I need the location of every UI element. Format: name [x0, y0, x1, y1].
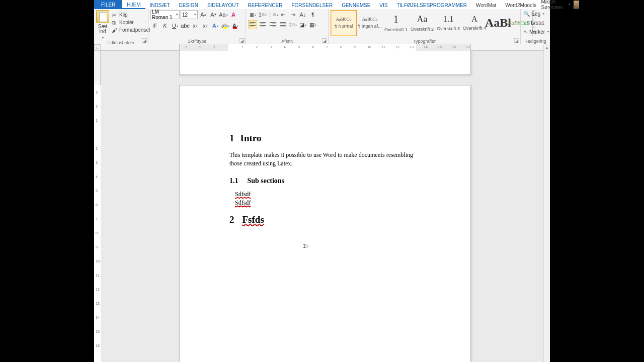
styles-launcher[interactable]: ◢ — [514, 38, 519, 43]
italic-button[interactable]: K — [160, 21, 170, 30]
find-button[interactable]: 🔍Søg▾ — [523, 10, 548, 18]
ruler-corner[interactable]: ∟ — [94, 44, 101, 51]
style-heading4[interactable]: A Overskrift 4 — [461, 10, 488, 36]
align-center-button[interactable] — [258, 20, 267, 29]
align-center-icon — [260, 22, 266, 27]
align-justify-icon — [280, 22, 286, 27]
format-painter-button[interactable]: Formatpensel — [111, 26, 151, 34]
tab-word2moodle[interactable]: Word2Moodle — [501, 0, 541, 9]
tab-addins[interactable]: TILFØJELSESPROGRAMMER — [392, 0, 471, 9]
change-case-button[interactable]: Aa — [219, 10, 228, 19]
pilcrow-icon: ¶ — [311, 12, 314, 18]
sort-button[interactable]: A↓ — [298, 10, 307, 19]
style-heading2[interactable]: Aa Overskrift 2 — [409, 10, 435, 36]
style-no-spacing[interactable]: AaBbCc ¶ Ingen af... — [357, 10, 383, 36]
font-size-combo[interactable]: 12▾ — [181, 10, 198, 19]
cursor-icon: ↖ — [524, 29, 528, 35]
page-main[interactable]: 1Intro This template makes it possible t… — [179, 85, 471, 362]
shrink-font-button[interactable]: A▾ — [209, 10, 218, 19]
ribbon: Sæt ind ▾ Klip Kopiér Formatpensel Udkli… — [94, 9, 550, 44]
replace-button[interactable]: abErstat — [523, 19, 548, 27]
group-editing: 🔍Søg▾ abErstat ↖Markér▾ Redigering — [521, 9, 550, 44]
line-spacing-button[interactable]: ‡≡ — [288, 20, 297, 29]
strikethrough-button[interactable]: abc — [181, 21, 190, 30]
heading-2[interactable]: 2Fsfds — [229, 214, 415, 225]
group-font-label: Skrifttype — [150, 39, 244, 44]
tab-insert[interactable]: INDSÆT — [145, 0, 175, 9]
select-button[interactable]: ↖Markér▾ — [523, 28, 548, 36]
highlight-button[interactable]: ab — [221, 21, 230, 30]
group-clipboard: Sæt ind ▾ Klip Kopiér Formatpensel Udkli… — [94, 9, 148, 44]
subscript-button[interactable]: x2 — [191, 21, 200, 30]
paragraph-launcher[interactable]: ◢ — [322, 38, 327, 43]
tab-home[interactable]: HJEM — [122, 0, 145, 9]
bold-button[interactable]: F — [150, 21, 159, 30]
tab-mailings[interactable]: FORSENDELSER — [287, 0, 337, 9]
underline-button[interactable]: U — [171, 21, 180, 30]
copy-button[interactable]: Kopiér — [111, 19, 151, 26]
font-color-button[interactable]: A — [231, 21, 240, 30]
align-right-button[interactable] — [268, 20, 277, 29]
misspelled-line-1[interactable]: Sdfsdf — [235, 190, 415, 199]
font-name-combo[interactable]: LM Roman 1▾ — [150, 10, 180, 19]
shading-button[interactable]: ◪ — [298, 20, 307, 29]
ruler-v-scale: 3 2 1 2 3 4 5 6 7 8 9 10 11 12 13 14 15 … — [94, 85, 101, 362]
cut-button[interactable]: Klip — [111, 11, 151, 19]
group-font: LM Roman 1▾ 12▾ A▴ A▾ Aa A̷ F K U abc x2… — [148, 9, 246, 44]
ruler-vertical[interactable]: 3 2 1 2 3 4 5 6 7 8 9 10 11 12 13 14 15 … — [94, 51, 101, 362]
heading-1[interactable]: 1Intro — [229, 133, 415, 144]
user-area[interactable]: Mikael Sørensen ▾ — [541, 0, 580, 9]
align-justify-button[interactable] — [278, 20, 287, 29]
ruler-horizontal[interactable]: 3 2 1 1 2 3 4 5 6 7 8 9 10 11 12 13 14 1… — [101, 44, 543, 51]
scrollbar-vertical[interactable]: ▴ — [543, 44, 550, 362]
style-heading1[interactable]: 1 Overskrift 1 — [383, 10, 409, 36]
numbering-icon: 1≡ — [259, 12, 265, 18]
paste-icon — [96, 10, 109, 23]
outdent-icon: ⇤ — [281, 12, 285, 18]
ruler-h-scale: 3 2 1 1 2 3 4 5 6 7 8 9 10 11 12 13 14 1… — [179, 44, 471, 51]
style-extra1[interactable]: AaBl — [488, 10, 509, 36]
text-effects-button[interactable]: A — [211, 21, 220, 30]
tab-layout[interactable]: SIDELAYOUT — [203, 0, 244, 9]
clear-formatting-button[interactable]: A̷ — [229, 10, 238, 19]
group-paragraph: ≣ 1≡ ⋮≡ ⇤ ⇥ A↓ ¶ ‡≡ ◪ ▦ Afsnit ◢ — [246, 9, 329, 44]
search-icon: 🔍 — [524, 11, 530, 17]
scroll-up-icon[interactable]: ▴ — [544, 44, 550, 51]
eraser-icon: A̷ — [231, 12, 235, 18]
heading-1-1[interactable]: 1.1Sub sections — [229, 177, 415, 185]
bullets-button[interactable]: ≣ — [248, 10, 257, 19]
tab-references[interactable]: REFERENCER — [244, 0, 287, 9]
paste-label: Sæt ind — [96, 24, 109, 34]
tab-file[interactable]: FILER — [94, 0, 122, 9]
clipboard-launcher[interactable]: ◢ — [142, 38, 147, 43]
tab-view[interactable]: VIS — [375, 0, 392, 9]
align-left-icon — [250, 22, 256, 27]
superscript-button[interactable]: x2 — [201, 21, 210, 30]
increase-indent-button[interactable]: ⇥ — [288, 10, 297, 19]
style-heading3[interactable]: 1.1 Overskrift 3 — [435, 10, 461, 36]
group-styles-label: Typografier — [331, 39, 518, 44]
bullets-icon: ≣ — [250, 12, 254, 18]
paste-button[interactable]: Sæt ind ▾ — [96, 10, 109, 40]
tab-wordmat[interactable]: WordMat — [471, 0, 501, 9]
multilevel-button[interactable]: ⋮≡ — [268, 10, 277, 19]
cut-icon — [112, 12, 118, 18]
document-area[interactable]: 1Intro This template makes it possible t… — [101, 51, 543, 362]
font-launcher[interactable]: ◢ — [239, 38, 245, 43]
sort-icon: A↓ — [300, 12, 306, 18]
numbering-button[interactable]: 1≡ — [258, 10, 267, 19]
grow-font-button[interactable]: A▴ — [199, 10, 208, 19]
paragraph-1[interactable]: This template makes it possible to use W… — [229, 151, 413, 168]
text-cursor-icon: Ꮖ≡ — [303, 243, 308, 249]
tab-review[interactable]: GENNEMSE — [337, 0, 375, 9]
tab-design[interactable]: DESIGN — [175, 0, 203, 9]
decrease-indent-button[interactable]: ⇤ — [278, 10, 287, 19]
borders-button[interactable]: ▦ — [308, 20, 317, 29]
style-normal[interactable]: AaBbCc ¶ Normal — [331, 10, 357, 36]
document-content[interactable]: 1Intro This template makes it possible t… — [229, 133, 415, 225]
copy-icon — [112, 20, 118, 26]
group-styles: AaBbCc ¶ Normal AaBbCc ¶ Ingen af... 1 O… — [329, 9, 521, 44]
align-left-button[interactable] — [248, 20, 257, 29]
misspelled-line-2[interactable]: Sdfsdf — [235, 199, 415, 207]
show-marks-button[interactable]: ¶ — [308, 10, 317, 19]
